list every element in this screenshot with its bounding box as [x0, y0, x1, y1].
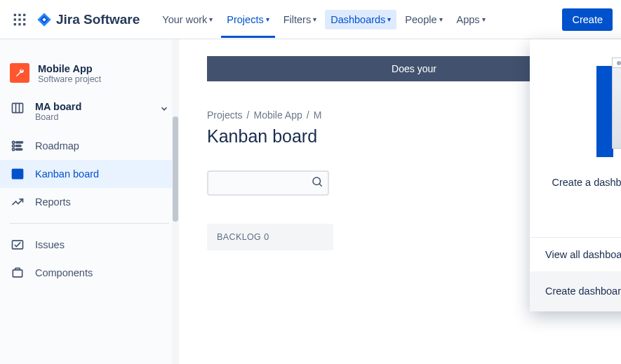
- chevron-down-icon: ▾: [439, 15, 443, 23]
- jira-logo-text: Jira Software: [56, 12, 140, 27]
- svg-rect-0: [14, 13, 16, 15]
- nav-apps[interactable]: Apps▾: [451, 10, 491, 29]
- board-name: MA board: [35, 101, 81, 112]
- sidebar-item-reports[interactable]: Reports: [0, 188, 179, 216]
- main-content: Does your tand Projects/Mobile App/M Kan…: [179, 39, 621, 364]
- kanban-icon: [10, 167, 25, 181]
- dashboards-dropdown: Create a dashboard to track the status o…: [530, 39, 621, 311]
- jira-logo-icon: [36, 12, 52, 27]
- divider: [10, 223, 169, 224]
- scrollbar-thumb[interactable]: [173, 116, 178, 222]
- project-title: Mobile App: [38, 63, 101, 74]
- project-subtitle: Software project: [38, 74, 101, 84]
- breadcrumb-projects[interactable]: Projects: [207, 109, 243, 121]
- svg-rect-3: [14, 18, 16, 20]
- nav-projects[interactable]: Projects▾: [221, 10, 274, 29]
- nav-filters[interactable]: Filters▾: [278, 10, 322, 29]
- components-icon: [10, 266, 25, 280]
- create-dashboard[interactable]: Create dashboard: [530, 271, 621, 311]
- top-navigation: Jira Software Your work▾ Projects▾ Filte…: [0, 0, 621, 39]
- svg-rect-8: [23, 23, 25, 25]
- chevron-down-icon: ▾: [387, 15, 391, 23]
- svg-rect-7: [18, 23, 20, 25]
- jira-logo[interactable]: Jira Software: [36, 12, 140, 27]
- create-button[interactable]: Create: [562, 8, 613, 31]
- chevron-down-icon: ▾: [209, 15, 213, 23]
- view-all-dashboards[interactable]: View all dashboards: [530, 238, 621, 271]
- board-icon: [10, 101, 25, 115]
- sidebar-item-label: Components: [35, 267, 93, 278]
- chevron-down-icon: ▾: [482, 15, 486, 23]
- nav-your-work[interactable]: Your work▾: [156, 10, 218, 29]
- svg-rect-13: [16, 142, 23, 143]
- banner-text: Does your: [392, 63, 436, 74]
- wrench-icon: [14, 67, 25, 79]
- nav-dashboards[interactable]: Dashboards▾: [325, 10, 396, 29]
- sidebar-item-label: Kanban board: [35, 168, 99, 180]
- sidebar: Mobile App Software project MA board Boa…: [0, 39, 179, 364]
- column-count: 0: [264, 232, 269, 242]
- svg-point-23: [313, 177, 321, 185]
- svg-rect-17: [16, 149, 22, 150]
- nav-people[interactable]: People▾: [399, 10, 448, 29]
- svg-rect-1: [18, 13, 20, 15]
- sidebar-item-components[interactable]: Components: [0, 259, 179, 287]
- board-sub: Board: [35, 112, 81, 122]
- chevron-down-icon: ▾: [313, 15, 316, 23]
- svg-rect-9: [13, 103, 23, 112]
- sidebar-item-kanban[interactable]: Kanban board: [0, 160, 179, 188]
- svg-rect-22: [13, 270, 22, 277]
- chevron-down-icon: [159, 104, 169, 116]
- svg-line-24: [319, 184, 322, 187]
- board-switcher[interactable]: MA board Board: [0, 101, 179, 132]
- reports-icon: [10, 195, 25, 209]
- column-label: BACKLOG: [217, 232, 261, 242]
- breadcrumb-mobile-app[interactable]: Mobile App: [253, 109, 302, 121]
- project-icon: [10, 63, 29, 83]
- svg-point-12: [13, 141, 15, 143]
- sidebar-item-issues[interactable]: Issues: [0, 231, 179, 259]
- svg-rect-2: [23, 13, 25, 15]
- sidebar-item-label: Reports: [35, 196, 71, 208]
- sidebar-scrollbar[interactable]: [172, 39, 179, 364]
- svg-rect-18: [13, 169, 23, 178]
- project-header[interactable]: Mobile App Software project: [0, 63, 179, 101]
- dropdown-description: Create a dashboard to track the status o…: [544, 175, 621, 206]
- search-box: [207, 170, 329, 196]
- search-icon: [311, 175, 323, 191]
- svg-rect-4: [18, 18, 20, 20]
- sidebar-item-label: Issues: [35, 239, 65, 250]
- backlog-column: BACKLOG 0: [207, 224, 333, 250]
- chevron-down-icon: ▾: [266, 15, 269, 23]
- dashboard-illustration: [596, 58, 621, 161]
- svg-rect-6: [14, 23, 16, 25]
- svg-rect-5: [23, 18, 25, 20]
- svg-point-14: [13, 144, 15, 147]
- app-switcher-icon[interactable]: [8, 8, 31, 31]
- roadmap-icon: [10, 139, 25, 153]
- svg-rect-15: [16, 145, 22, 147]
- svg-point-16: [13, 148, 15, 150]
- sidebar-item-label: Roadmap: [35, 140, 79, 151]
- issues-icon: [10, 238, 25, 252]
- breadcrumb-board[interactable]: M: [314, 109, 322, 121]
- sidebar-item-roadmap[interactable]: Roadmap: [0, 132, 179, 160]
